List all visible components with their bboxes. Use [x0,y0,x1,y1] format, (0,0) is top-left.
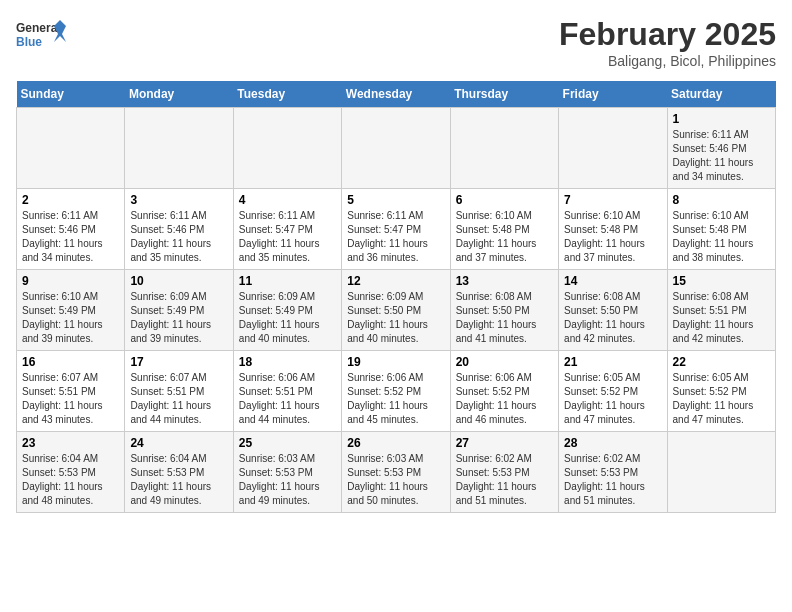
calendar-cell: 3Sunrise: 6:11 AMSunset: 5:46 PMDaylight… [125,189,233,270]
calendar-cell [667,432,775,513]
day-info: Sunrise: 6:05 AMSunset: 5:52 PMDaylight:… [673,371,770,427]
calendar-cell: 9Sunrise: 6:10 AMSunset: 5:49 PMDaylight… [17,270,125,351]
calendar-cell: 28Sunrise: 6:02 AMSunset: 5:53 PMDayligh… [559,432,667,513]
day-info: Sunrise: 6:11 AMSunset: 5:46 PMDaylight:… [22,209,119,265]
week-row-3: 16Sunrise: 6:07 AMSunset: 5:51 PMDayligh… [17,351,776,432]
page-header: General Blue February 2025 Baligang, Bic… [16,16,776,69]
calendar-cell: 15Sunrise: 6:08 AMSunset: 5:51 PMDayligh… [667,270,775,351]
month-title: February 2025 [559,16,776,53]
calendar-cell: 16Sunrise: 6:07 AMSunset: 5:51 PMDayligh… [17,351,125,432]
day-number: 18 [239,355,336,369]
day-info: Sunrise: 6:11 AMSunset: 5:46 PMDaylight:… [130,209,227,265]
calendar-cell: 12Sunrise: 6:09 AMSunset: 5:50 PMDayligh… [342,270,450,351]
logo-svg: General Blue [16,16,66,56]
day-number: 11 [239,274,336,288]
calendar-cell [17,108,125,189]
calendar-cell: 18Sunrise: 6:06 AMSunset: 5:51 PMDayligh… [233,351,341,432]
day-number: 14 [564,274,661,288]
calendar-cell: 24Sunrise: 6:04 AMSunset: 5:53 PMDayligh… [125,432,233,513]
day-info: Sunrise: 6:10 AMSunset: 5:49 PMDaylight:… [22,290,119,346]
day-number: 9 [22,274,119,288]
weekday-header-saturday: Saturday [667,81,775,108]
day-number: 24 [130,436,227,450]
day-number: 1 [673,112,770,126]
weekday-header-thursday: Thursday [450,81,558,108]
calendar-cell [125,108,233,189]
week-row-1: 2Sunrise: 6:11 AMSunset: 5:46 PMDaylight… [17,189,776,270]
day-number: 27 [456,436,553,450]
calendar-cell: 7Sunrise: 6:10 AMSunset: 5:48 PMDaylight… [559,189,667,270]
calendar-cell: 21Sunrise: 6:05 AMSunset: 5:52 PMDayligh… [559,351,667,432]
day-info: Sunrise: 6:06 AMSunset: 5:52 PMDaylight:… [456,371,553,427]
day-number: 16 [22,355,119,369]
title-area: February 2025 Baligang, Bicol, Philippin… [559,16,776,69]
day-number: 8 [673,193,770,207]
calendar-cell [342,108,450,189]
calendar-cell: 1Sunrise: 6:11 AMSunset: 5:46 PMDaylight… [667,108,775,189]
svg-text:Blue: Blue [16,35,42,49]
calendar-cell: 26Sunrise: 6:03 AMSunset: 5:53 PMDayligh… [342,432,450,513]
day-number: 26 [347,436,444,450]
day-info: Sunrise: 6:09 AMSunset: 5:49 PMDaylight:… [130,290,227,346]
day-number: 7 [564,193,661,207]
day-number: 3 [130,193,227,207]
day-info: Sunrise: 6:06 AMSunset: 5:52 PMDaylight:… [347,371,444,427]
weekday-header-friday: Friday [559,81,667,108]
day-info: Sunrise: 6:07 AMSunset: 5:51 PMDaylight:… [130,371,227,427]
calendar-cell: 2Sunrise: 6:11 AMSunset: 5:46 PMDaylight… [17,189,125,270]
calendar-cell: 25Sunrise: 6:03 AMSunset: 5:53 PMDayligh… [233,432,341,513]
day-info: Sunrise: 6:05 AMSunset: 5:52 PMDaylight:… [564,371,661,427]
calendar-cell: 17Sunrise: 6:07 AMSunset: 5:51 PMDayligh… [125,351,233,432]
calendar-cell: 13Sunrise: 6:08 AMSunset: 5:50 PMDayligh… [450,270,558,351]
day-number: 13 [456,274,553,288]
day-info: Sunrise: 6:03 AMSunset: 5:53 PMDaylight:… [347,452,444,508]
weekday-header-sunday: Sunday [17,81,125,108]
calendar-cell: 14Sunrise: 6:08 AMSunset: 5:50 PMDayligh… [559,270,667,351]
calendar-cell: 8Sunrise: 6:10 AMSunset: 5:48 PMDaylight… [667,189,775,270]
day-info: Sunrise: 6:03 AMSunset: 5:53 PMDaylight:… [239,452,336,508]
weekday-header-monday: Monday [125,81,233,108]
day-number: 10 [130,274,227,288]
week-row-0: 1Sunrise: 6:11 AMSunset: 5:46 PMDaylight… [17,108,776,189]
calendar-cell: 20Sunrise: 6:06 AMSunset: 5:52 PMDayligh… [450,351,558,432]
calendar-cell: 22Sunrise: 6:05 AMSunset: 5:52 PMDayligh… [667,351,775,432]
day-number: 19 [347,355,444,369]
day-info: Sunrise: 6:04 AMSunset: 5:53 PMDaylight:… [22,452,119,508]
week-row-4: 23Sunrise: 6:04 AMSunset: 5:53 PMDayligh… [17,432,776,513]
day-info: Sunrise: 6:08 AMSunset: 5:50 PMDaylight:… [456,290,553,346]
weekday-header-row: SundayMondayTuesdayWednesdayThursdayFrid… [17,81,776,108]
location: Baligang, Bicol, Philippines [559,53,776,69]
day-number: 6 [456,193,553,207]
day-number: 20 [456,355,553,369]
day-number: 2 [22,193,119,207]
calendar-table: SundayMondayTuesdayWednesdayThursdayFrid… [16,81,776,513]
calendar-cell [559,108,667,189]
calendar-cell: 19Sunrise: 6:06 AMSunset: 5:52 PMDayligh… [342,351,450,432]
day-number: 21 [564,355,661,369]
day-info: Sunrise: 6:10 AMSunset: 5:48 PMDaylight:… [673,209,770,265]
calendar-cell: 10Sunrise: 6:09 AMSunset: 5:49 PMDayligh… [125,270,233,351]
calendar-cell: 4Sunrise: 6:11 AMSunset: 5:47 PMDaylight… [233,189,341,270]
day-info: Sunrise: 6:11 AMSunset: 5:47 PMDaylight:… [239,209,336,265]
calendar-cell: 11Sunrise: 6:09 AMSunset: 5:49 PMDayligh… [233,270,341,351]
day-number: 17 [130,355,227,369]
day-info: Sunrise: 6:11 AMSunset: 5:46 PMDaylight:… [673,128,770,184]
day-info: Sunrise: 6:02 AMSunset: 5:53 PMDaylight:… [564,452,661,508]
day-info: Sunrise: 6:09 AMSunset: 5:50 PMDaylight:… [347,290,444,346]
day-info: Sunrise: 6:08 AMSunset: 5:51 PMDaylight:… [673,290,770,346]
day-number: 25 [239,436,336,450]
day-number: 28 [564,436,661,450]
day-number: 15 [673,274,770,288]
calendar-cell: 27Sunrise: 6:02 AMSunset: 5:53 PMDayligh… [450,432,558,513]
weekday-header-tuesday: Tuesday [233,81,341,108]
calendar-cell: 6Sunrise: 6:10 AMSunset: 5:48 PMDaylight… [450,189,558,270]
calendar-cell: 23Sunrise: 6:04 AMSunset: 5:53 PMDayligh… [17,432,125,513]
day-info: Sunrise: 6:09 AMSunset: 5:49 PMDaylight:… [239,290,336,346]
day-number: 22 [673,355,770,369]
calendar-cell [233,108,341,189]
day-number: 5 [347,193,444,207]
day-number: 12 [347,274,444,288]
day-info: Sunrise: 6:06 AMSunset: 5:51 PMDaylight:… [239,371,336,427]
svg-text:General: General [16,21,61,35]
day-info: Sunrise: 6:11 AMSunset: 5:47 PMDaylight:… [347,209,444,265]
